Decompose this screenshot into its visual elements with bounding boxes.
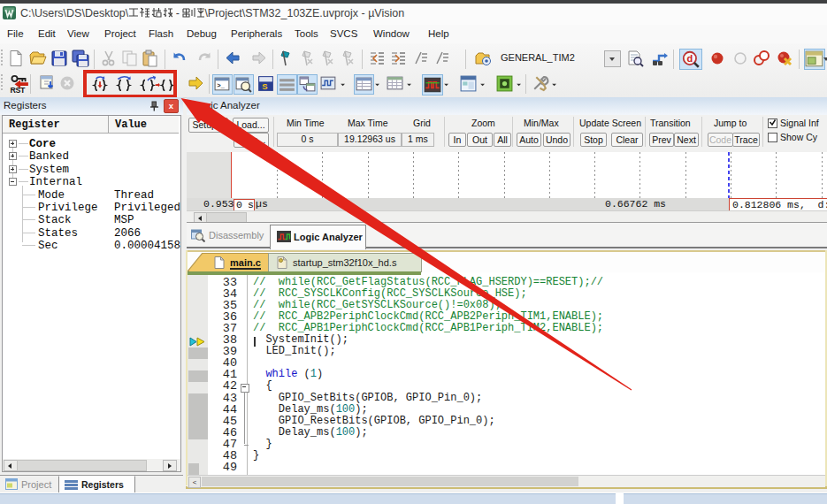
svg-text:RST: RST [11,86,26,94]
svg-text:d: d [687,53,693,64]
svg-text:>_: >_ [217,82,225,89]
svg-text:S: S [262,81,267,91]
